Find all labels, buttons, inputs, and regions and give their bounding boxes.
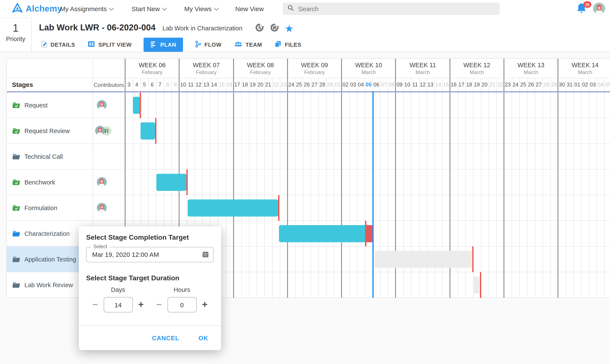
target-date-line[interactable] [365, 221, 367, 247]
target-date-line[interactable] [155, 118, 157, 144]
date-field-value: Mar 19, 2020 12:00 AM [92, 251, 159, 258]
contributor-avatar [97, 203, 107, 214]
discard-history-icon[interactable] [270, 23, 279, 34]
gantt-bar-planned[interactable] [473, 276, 480, 294]
tab-plan[interactable]: PLAN [144, 38, 183, 52]
stage-row-formulation[interactable]: Formulation [7, 195, 93, 221]
hours-increment-button[interactable]: + [202, 300, 208, 309]
day-header-cell: 18 [465, 78, 473, 91]
brand-logo[interactable]: Alchemy [12, 2, 62, 15]
chevron-down-icon [214, 6, 219, 11]
search-bar[interactable] [283, 2, 500, 15]
target-date-line[interactable] [186, 169, 188, 195]
gantt-bar-done[interactable] [157, 174, 186, 191]
day-grid-line [272, 78, 273, 298]
week-header: WEEK 09February [288, 59, 342, 78]
stage-row-request-review[interactable]: Request Review [7, 118, 93, 144]
tab-details[interactable]: DETAILS [40, 38, 76, 52]
hours-input[interactable]: 0 [167, 297, 196, 312]
notifications-button[interactable]: 25 [576, 2, 590, 15]
stage-name: Lab Work Review [24, 282, 73, 288]
stage-name: Formulation [24, 205, 57, 211]
day-header-cell: 01 [334, 78, 342, 91]
user-avatar[interactable] [593, 2, 605, 16]
record-header: 1 Priority Lab Work LWR - 06-2020-004 La… [0, 18, 610, 52]
week-label: WEEK 13 [504, 62, 558, 68]
stage-status-completed-folder-icon [7, 179, 20, 186]
completion-date-field[interactable]: Select Mar 19, 2020 12:00 AM [86, 247, 214, 262]
target-date-line[interactable] [480, 272, 481, 298]
day-header-cell: 19 [473, 78, 481, 91]
brand-name: Alchemy [26, 4, 62, 14]
target-date-line[interactable] [278, 195, 280, 221]
day-grid-line [264, 78, 265, 298]
alchemy-app: Alchemy My Assignments Start New My View… [0, 0, 610, 364]
stage-status-completed-folder-icon [7, 102, 20, 109]
day-grid-line [527, 78, 527, 298]
nav-my-assignments[interactable]: My Assignments [60, 0, 113, 18]
stage-status-completed-folder-icon [7, 205, 20, 211]
day-grid-line [589, 78, 589, 298]
day-header-cell: 23 [504, 78, 512, 91]
nav-my-views[interactable]: My Views [184, 0, 218, 18]
tab-files[interactable]: FILES [274, 38, 302, 52]
gantt-bar-done[interactable] [141, 122, 155, 140]
hours-decrement-button[interactable]: − [156, 300, 162, 309]
stage-name: Application Testing [24, 256, 76, 263]
day-header-cell: 5 [140, 78, 148, 91]
days-decrement-button[interactable]: − [92, 300, 98, 309]
week-label: WEEK 11 [396, 62, 450, 68]
day-grid-line [512, 78, 512, 298]
gantt-bar-done[interactable] [188, 199, 278, 217]
day-header-cell: 22 [496, 78, 504, 91]
tab-flow[interactable]: FLOW [194, 38, 222, 52]
gantt-bar-done[interactable] [133, 97, 140, 114]
day-grid-line [519, 78, 520, 298]
calendar-icon[interactable] [202, 251, 209, 260]
tab-split-view[interactable]: SPLIT VIEW [87, 38, 132, 52]
stage-row-technical-call[interactable]: Technical Call [7, 144, 93, 169]
day-grid-line [496, 78, 497, 298]
tab-team[interactable]: TEAM [234, 38, 263, 52]
nav-start-new[interactable]: Start New [132, 0, 166, 18]
history-clock-icon[interactable] [255, 23, 264, 34]
cancel-button[interactable]: CANCEL [152, 335, 179, 341]
files-copy-icon [275, 41, 281, 49]
day-header-cell: 12 [195, 78, 203, 91]
ok-button[interactable]: OK [199, 335, 208, 341]
priority-label: Priority [0, 36, 31, 42]
contributors-cell: R [93, 118, 125, 144]
stage-completion-modal: Select Stage Completion Target Select Ma… [79, 226, 221, 350]
day-header-cell: 18 [241, 78, 249, 91]
team-people-icon [235, 41, 242, 48]
day-grid-line [319, 78, 319, 298]
stage-row-request[interactable]: Request [7, 92, 93, 118]
contributors-cell [93, 169, 125, 195]
target-date-line[interactable] [472, 247, 474, 272]
today-line [372, 91, 374, 298]
day-header-cell: 09 [396, 78, 403, 91]
search-icon [288, 5, 294, 13]
nav-new-view[interactable]: New View [235, 0, 264, 18]
gantt-bar-planned[interactable] [374, 251, 472, 268]
month-label: February [179, 69, 234, 75]
day-header-cell: 12 [419, 78, 427, 91]
favorite-star-icon[interactable]: ★ [285, 23, 294, 34]
day-header-cell: 30 [558, 78, 566, 91]
search-input[interactable] [297, 5, 471, 13]
week-boundary-line [287, 59, 288, 298]
gantt-bar-done[interactable] [279, 225, 365, 242]
contributors-cell [93, 144, 125, 169]
days-increment-button[interactable]: + [138, 300, 144, 309]
alchemy-triangle-logo-icon [12, 2, 23, 15]
day-header-cell: 16 [450, 78, 458, 91]
day-grid-line [574, 78, 574, 298]
day-header-cell: 08 [388, 78, 396, 91]
day-header-cell: 24 [512, 78, 519, 91]
day-grid-line [357, 78, 357, 298]
stage-row-benchwork[interactable]: Benchwork [7, 169, 93, 195]
days-input[interactable]: 14 [103, 297, 133, 312]
day-grid-line [303, 78, 303, 298]
day-header-cell: 25 [519, 78, 527, 91]
target-date-line[interactable] [140, 92, 141, 118]
